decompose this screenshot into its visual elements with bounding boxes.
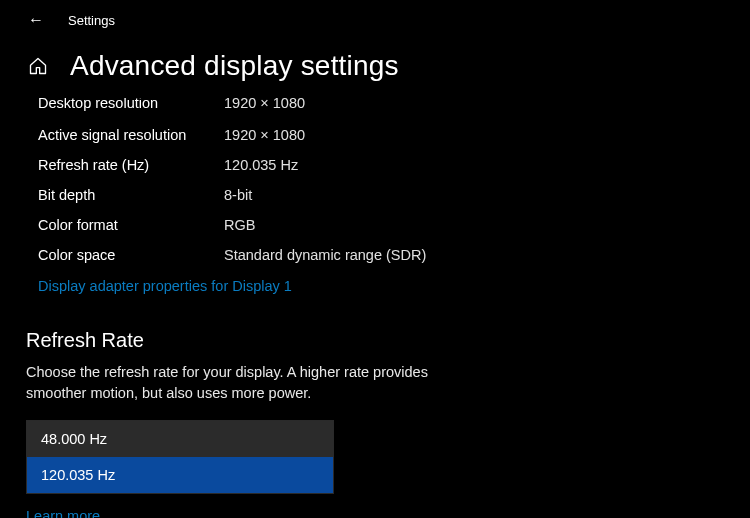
back-button[interactable]: ← [28,12,44,28]
info-label: Bit depth [38,187,224,203]
refresh-rate-heading: Refresh Rate [0,295,750,362]
refresh-rate-dropdown[interactable]: 48.000 Hz 120.035 Hz [26,420,334,494]
titlebar-label: Settings [68,13,115,28]
page-title: Advanced display settings [70,50,399,82]
home-icon[interactable] [28,56,48,76]
display-adapter-link[interactable]: Display adapter properties for Display 1 [38,278,292,294]
info-value: Standard dynamic range (SDR) [224,247,426,263]
info-value: 120.035 Hz [224,157,298,173]
refresh-rate-option-selected[interactable]: 120.035 Hz [27,457,333,493]
info-row: Refresh rate (Hz) 120.035 Hz [38,150,750,180]
refresh-rate-option[interactable]: 48.000 Hz [27,421,333,457]
display-info-list: Desktop resolution 1920 × 1080 Active si… [0,98,750,270]
page-header: Advanced display settings [0,36,750,98]
learn-more-link[interactable]: Learn more [26,508,100,518]
refresh-rate-description: Choose the refresh rate for your display… [0,362,460,404]
info-row: Bit depth 8-bit [38,180,750,210]
info-row: Color format RGB [38,210,750,240]
info-label: Refresh rate (Hz) [38,157,224,173]
titlebar: ← Settings [0,0,750,36]
info-value: 1920 × 1080 [224,98,305,111]
info-row: Color space Standard dynamic range (SDR) [38,240,750,270]
info-row: Desktop resolution 1920 × 1080 [38,98,750,120]
info-label: Desktop resolution [38,98,224,111]
info-label: Color format [38,217,224,233]
info-value: RGB [224,217,255,233]
info-row: Active signal resolution 1920 × 1080 [38,120,750,150]
info-label: Active signal resolution [38,127,224,143]
info-value: 8-bit [224,187,252,203]
info-value: 1920 × 1080 [224,127,305,143]
info-label: Color space [38,247,224,263]
